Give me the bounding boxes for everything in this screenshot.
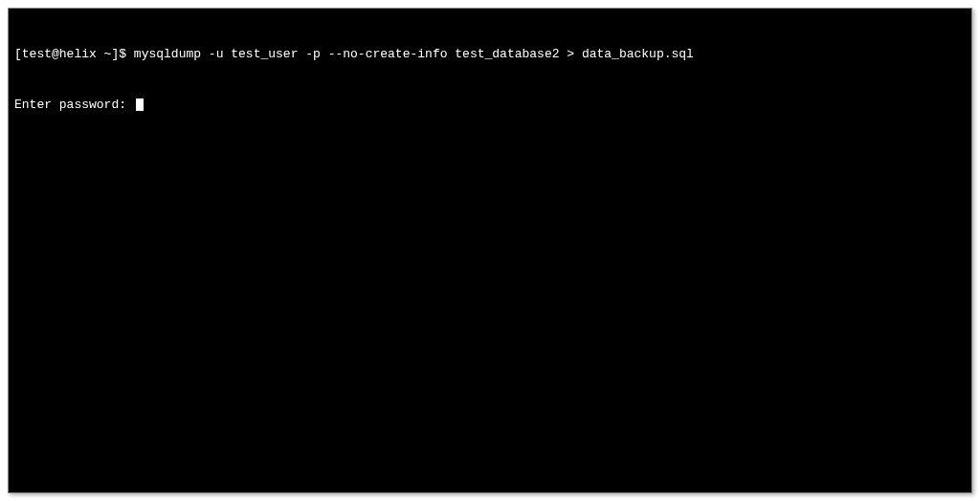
password-prompt-line: Enter password: [14,97,966,114]
command-text: mysqldump -u test_user -p --no-create-in… [134,46,694,63]
shell-prompt: [test@helix ~]$ [14,46,134,63]
password-prompt-text: Enter password: [14,97,134,114]
cursor-block[interactable] [136,98,144,111]
terminal-window[interactable]: [test@helix ~]$ mysqldump -u test_user -… [8,8,972,493]
command-line: [test@helix ~]$ mysqldump -u test_user -… [14,46,966,63]
terminal-content: [test@helix ~]$ mysqldump -u test_user -… [14,12,966,146]
